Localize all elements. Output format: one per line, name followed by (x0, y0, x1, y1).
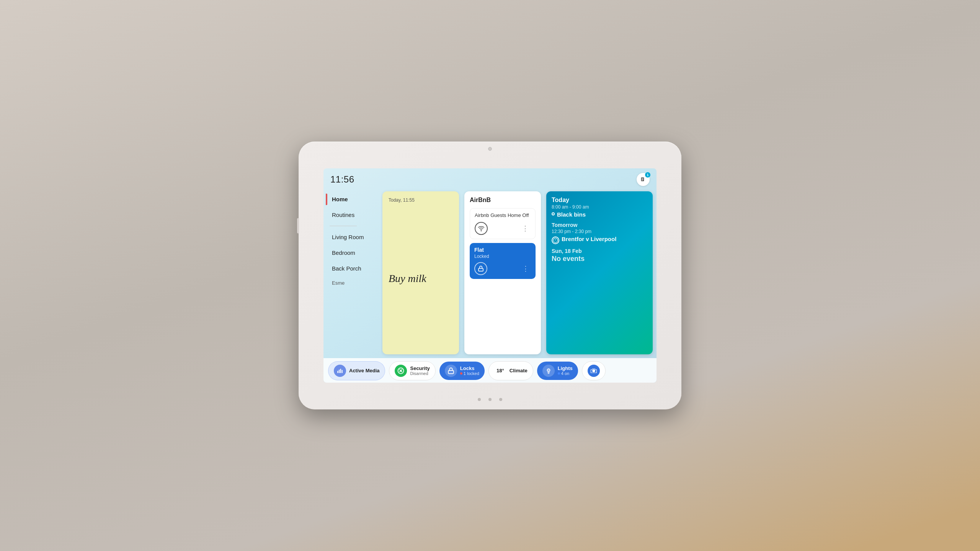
tablet-screen: 11:56 1 Home (323, 168, 657, 383)
lock-card-status: Locked (474, 254, 531, 259)
cal-no-events-text: No events (552, 255, 647, 263)
svg-rect-1 (642, 178, 644, 179)
sidebar-item-bedroom[interactable]: Bedroom (330, 246, 375, 260)
locks-sublabel: 1 locked (460, 371, 479, 376)
cal-tomorrow-label: Tomorrow (552, 222, 647, 228)
tablet-indicator-dots (478, 398, 502, 401)
cal-sunday-label: Sun, 18 Feb (552, 248, 647, 254)
active-media-icon (334, 365, 346, 377)
locks-icon (445, 365, 457, 377)
security-icon (395, 365, 407, 377)
svg-rect-9 (339, 370, 340, 373)
cal-today-label: Today (552, 197, 647, 204)
cards-area: Today, 11:55 Buy milk AirBnB Airbnb Gues… (381, 188, 657, 358)
lights-label: Lights (558, 365, 573, 372)
svg-point-16 (547, 368, 550, 372)
lights-dot (558, 372, 560, 375)
wifi-icon (478, 225, 485, 232)
sidebar-item-esme[interactable]: Esme (330, 277, 375, 289)
sidebar-item-routines[interactable]: Routines (330, 208, 375, 222)
lock-card-actions: ⋮ (474, 262, 531, 275)
lightbulb-icon (545, 367, 552, 374)
notification-badge: 1 (645, 172, 650, 178)
tablet-side-button (297, 218, 299, 233)
cal-today-time: 8:00 am - 9:00 am (552, 204, 647, 210)
svg-rect-15 (448, 370, 454, 373)
lock-icon (478, 266, 484, 272)
cal-tomorrow-event: Brentfor v Liverpool (552, 236, 647, 244)
tablet-dot-3 (499, 398, 502, 401)
note-timestamp: Today, 11:55 (389, 197, 453, 203)
lock-more-button[interactable]: ⋮ (520, 263, 531, 274)
lights-pill[interactable]: Lights 4 on (537, 362, 578, 380)
cal-today-dot (552, 212, 555, 215)
header-right: 1 (637, 173, 650, 186)
header-bar: 11:56 1 (323, 168, 657, 188)
locks-pill[interactable]: Locks 1 locked (439, 362, 485, 380)
security-label: Security (410, 365, 430, 372)
tablet-dot-2 (488, 398, 492, 401)
cal-tomorrow-event-text: Brentfor v Liverpool (562, 236, 616, 243)
tablet-camera (488, 147, 492, 151)
notification-button[interactable]: 1 (637, 173, 650, 186)
locks-label: Locks (460, 365, 479, 372)
lock-closed-icon (448, 367, 454, 374)
tablet-dot-1 (478, 398, 481, 401)
cal-today-event: Black bins (552, 211, 647, 218)
svg-rect-3 (642, 180, 643, 181)
active-media-pill[interactable]: Active Media (328, 361, 385, 380)
svg-rect-11 (342, 370, 343, 373)
sidebar-item-home[interactable]: Home (330, 192, 375, 206)
svg-point-17 (592, 369, 595, 372)
svg-rect-10 (340, 368, 341, 373)
active-media-label: Active Media (349, 368, 379, 374)
locks-text-group: Locks 1 locked (460, 365, 479, 376)
time-display: 11:56 (330, 174, 354, 185)
airbnb-device-name: Airbnb Guests Home Off (475, 212, 531, 219)
airbnb-card-title: AirBnB (470, 197, 536, 204)
climate-temp-display: 18° (494, 365, 506, 377)
note-text: Buy milk (389, 209, 453, 348)
svg-point-4 (481, 230, 482, 231)
svg-rect-2 (642, 179, 644, 179)
media-bars-icon (336, 367, 343, 374)
airbnb-device-subcard[interactable]: Airbnb Guests Home Off ⋮ (470, 208, 536, 239)
camera-pill[interactable] (582, 361, 606, 380)
climate-pill[interactable]: 18° Climate (488, 361, 533, 380)
cal-tomorrow-time: 12:30 pm - 2:30 pm (552, 229, 647, 234)
wifi-icon-circle[interactable] (475, 222, 488, 235)
airbnb-card[interactable]: AirBnB Airbnb Guests Home Off (464, 191, 541, 354)
camera-icon (590, 367, 597, 374)
cal-sunday-section: Sun, 18 Feb No events (552, 248, 647, 263)
main-content: Home Routines Living Room Bedroom Back P… (323, 188, 657, 358)
cal-today-event-text: Black bins (557, 211, 586, 218)
lock-icon-circle[interactable] (474, 262, 487, 275)
lock-subcard[interactable]: Flat Locked ⋮ (470, 243, 536, 279)
security-x-icon (397, 367, 404, 374)
sidebar-item-back-porch[interactable]: Back Porch (330, 261, 375, 276)
security-text-group: Security Disarmed (410, 365, 430, 376)
bottom-bar: Active Media Security Disarmed (323, 358, 657, 383)
tablet-device: 11:56 1 Home (299, 142, 681, 409)
svg-rect-8 (337, 371, 338, 373)
notification-icon (640, 176, 647, 183)
climate-label: Climate (510, 368, 528, 374)
camera-icon-circle (588, 365, 600, 377)
security-pill[interactable]: Security Disarmed (389, 361, 435, 380)
lights-text-group: Lights 4 on (558, 365, 573, 376)
cal-tomorrow-section: Tomorrow 12:30 pm - 2:30 pm Brentfor v L… (552, 222, 647, 244)
security-sublabel: Disarmed (410, 371, 430, 376)
sidebar: Home Routines Living Room Bedroom Back P… (323, 188, 381, 358)
airbnb-device-actions: ⋮ (475, 222, 531, 235)
calendar-card[interactable]: Today 8:00 am - 9:00 am Black bins Tomor… (546, 191, 653, 354)
sidebar-divider (330, 226, 357, 226)
note-card[interactable]: Today, 11:55 Buy milk (382, 191, 459, 354)
svg-rect-5 (479, 268, 483, 271)
airbnb-device-more-button[interactable]: ⋮ (520, 223, 531, 234)
football-svg (553, 238, 558, 243)
lock-card-name: Flat (474, 247, 531, 253)
lights-sublabel: 4 on (558, 371, 573, 376)
football-icon (552, 236, 559, 244)
lights-icon (542, 365, 555, 377)
sidebar-item-living-room[interactable]: Living Room (330, 230, 375, 244)
